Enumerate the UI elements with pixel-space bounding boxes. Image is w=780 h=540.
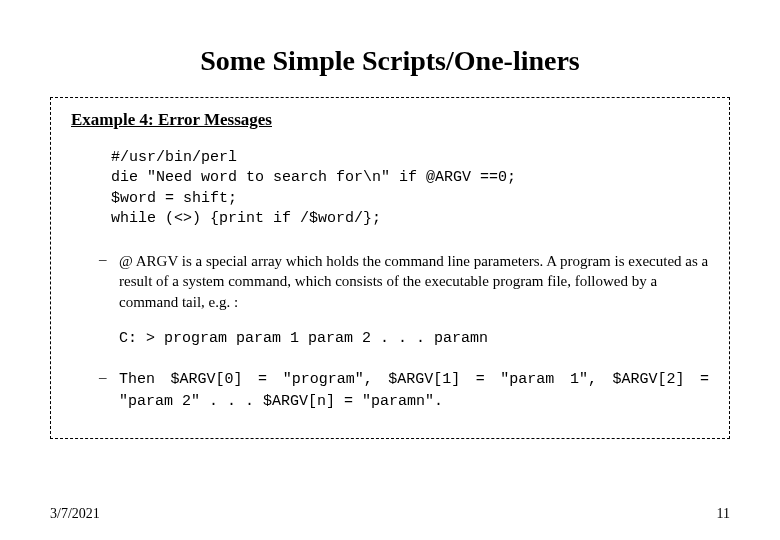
footer-page-number: 11: [717, 506, 730, 522]
argv-values-text: Then $ARGV[0] = "program", $ARGV[1] = "p…: [119, 369, 709, 414]
argv-assignments: $ARGV[0] = "program", $ARGV[1] = "param …: [119, 371, 709, 411]
example-heading: Example 4: Error Messages: [71, 110, 709, 130]
footer: 3/7/2021 11: [50, 506, 730, 522]
bullet-argv-values: – Then $ARGV[0] = "program", $ARGV[1] = …: [99, 369, 709, 414]
bullet-dash-icon: –: [99, 251, 119, 312]
content-box: Example 4: Error Messages #/usr/bin/perl…: [50, 97, 730, 439]
footer-date: 3/7/2021: [50, 506, 100, 522]
command-example: C: > program param 1 param 2 . . . param…: [119, 330, 709, 347]
bullet-dash-icon: –: [99, 369, 119, 414]
bullet-text: @ ARGV is a special array which holds th…: [119, 251, 709, 312]
slide: Some Simple Scripts/One-liners Example 4…: [0, 0, 780, 540]
then-word: Then: [119, 371, 171, 388]
slide-title: Some Simple Scripts/One-liners: [50, 45, 730, 77]
bullet-argv-desc: – @ ARGV is a special array which holds …: [99, 251, 709, 312]
code-block: #/usr/bin/perl die "Need word to search …: [111, 148, 709, 229]
